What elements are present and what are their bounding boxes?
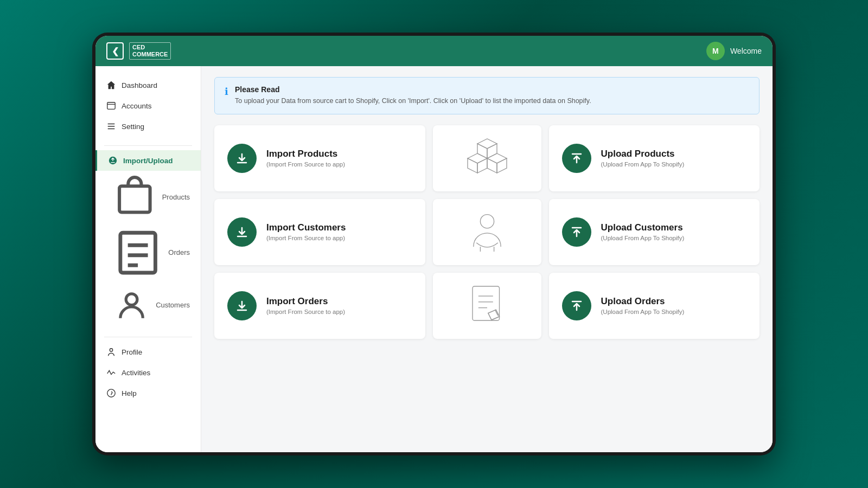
upload-orders-title: Upload Orders bbox=[601, 296, 685, 307]
nav-divider-1 bbox=[104, 145, 192, 146]
upload-arrow-icon bbox=[570, 152, 583, 165]
welcome-label: Welcome bbox=[730, 47, 762, 55]
activities-icon bbox=[106, 368, 116, 377]
nav-section-2: Import/Upload Products Orders Customers bbox=[95, 150, 201, 328]
import-orders-text: Import Orders (Import From Source to app… bbox=[266, 296, 345, 315]
svg-rect-0 bbox=[107, 102, 115, 110]
svg-marker-14 bbox=[468, 153, 487, 163]
upload-orders-sub: (Upload From App To Shopify) bbox=[601, 309, 685, 315]
svg-point-10 bbox=[107, 389, 115, 397]
import-products-sub: (Import From Source to app) bbox=[266, 161, 345, 168]
accounts-icon bbox=[106, 101, 116, 111]
sidebar-label-help: Help bbox=[122, 389, 137, 397]
orders-icon bbox=[113, 228, 163, 278]
sidebar-item-orders[interactable]: Orders bbox=[95, 223, 201, 282]
sidebar-label-dashboard: Dashboard bbox=[122, 81, 157, 89]
upload-orders-card[interactable]: Upload Orders (Upload From App To Shopif… bbox=[549, 273, 760, 339]
sidebar-item-products[interactable]: Products bbox=[95, 171, 201, 223]
nav-section-1: Dashboard Accounts Setting bbox=[95, 75, 201, 137]
main-content: ℹ Please Read To upload your Data from s… bbox=[201, 66, 773, 452]
sidebar-item-setting[interactable]: Setting bbox=[95, 116, 201, 137]
svg-point-8 bbox=[126, 294, 137, 305]
upload-icon bbox=[108, 156, 118, 165]
sidebar-item-dashboard[interactable]: Dashboard bbox=[95, 75, 201, 95]
sidebar-label-orders: Orders bbox=[168, 248, 190, 256]
svg-rect-3 bbox=[119, 186, 150, 212]
info-banner-desc: To upload your Data from source cart to … bbox=[235, 96, 591, 106]
import-orders-btn bbox=[227, 291, 257, 320]
upload-products-text: Upload Products (Upload From App To Shop… bbox=[601, 149, 685, 168]
upload-customers-sub: (Upload From App To Shopify) bbox=[601, 235, 685, 241]
info-banner-title: Please Read bbox=[235, 85, 591, 94]
svg-rect-23 bbox=[473, 286, 500, 320]
svg-marker-19 bbox=[497, 158, 507, 173]
info-banner-body: Please Read To upload your Data from sou… bbox=[235, 85, 591, 106]
help-icon bbox=[106, 388, 116, 398]
upload-products-btn bbox=[562, 144, 591, 173]
logo-text: CED COMMERCE bbox=[129, 42, 171, 60]
tablet-inner: ❮ CED COMMERCE M Welcome Dashboard bbox=[95, 36, 773, 452]
body-layout: Dashboard Accounts Setting bbox=[95, 66, 773, 452]
import-customers-text: Import Customers (Import From Source to … bbox=[266, 222, 346, 241]
upload-products-title: Upload Products bbox=[601, 149, 685, 159]
upload-products-card[interactable]: Upload Products (Upload From App To Shop… bbox=[549, 125, 760, 191]
profile-icon bbox=[106, 347, 116, 357]
upload-orders-btn bbox=[562, 291, 591, 320]
upload-orders-text: Upload Orders (Upload From App To Shopif… bbox=[601, 296, 685, 315]
import-orders-sub: (Import From Source to app) bbox=[266, 309, 345, 315]
sidebar-label-import-upload: Import/Upload bbox=[123, 157, 173, 165]
import-products-text: Import Products (Import From Source to a… bbox=[266, 149, 345, 168]
upload-arrow-icon-2 bbox=[570, 226, 583, 239]
svg-marker-18 bbox=[487, 158, 497, 173]
customer-icon bbox=[463, 208, 512, 256]
import-products-card[interactable]: Import Products (Import From Source to a… bbox=[214, 125, 425, 191]
sidebar-label-profile: Profile bbox=[122, 348, 142, 356]
orders-doc-icon bbox=[463, 281, 512, 330]
sidebar-item-profile[interactable]: Profile bbox=[95, 342, 201, 362]
svg-marker-11 bbox=[477, 139, 497, 149]
illus-customers-card bbox=[433, 199, 541, 265]
avatar: M bbox=[706, 42, 725, 60]
svg-marker-17 bbox=[487, 153, 507, 163]
upload-customers-btn bbox=[562, 217, 591, 247]
sidebar-label-accounts: Accounts bbox=[122, 102, 152, 110]
svg-point-9 bbox=[110, 349, 112, 351]
tablet-frame: ❮ CED COMMERCE M Welcome Dashboard bbox=[92, 33, 776, 455]
sidebar-item-help[interactable]: Help bbox=[95, 383, 201, 403]
sidebar-item-accounts[interactable]: Accounts bbox=[95, 95, 201, 116]
upload-customers-card[interactable]: Upload Customers (Upload From App To Sho… bbox=[549, 199, 760, 265]
upload-customers-title: Upload Customers bbox=[601, 222, 685, 233]
svg-marker-16 bbox=[477, 158, 487, 173]
sidebar-label-products: Products bbox=[162, 193, 190, 201]
illus-orders-card bbox=[433, 273, 541, 339]
sidebar-label-activities: Activities bbox=[122, 369, 150, 377]
setting-icon bbox=[106, 121, 116, 131]
header: ❮ CED COMMERCE M Welcome bbox=[95, 36, 773, 66]
card-grid: Import Products (Import From Source to a… bbox=[214, 125, 760, 339]
logo-chevron-icon: ❮ bbox=[106, 42, 124, 60]
download-icon-3 bbox=[235, 299, 248, 312]
sidebar-label-customers: Customers bbox=[156, 301, 190, 309]
import-orders-card[interactable]: Import Orders (Import From Source to app… bbox=[214, 273, 425, 339]
svg-marker-15 bbox=[468, 158, 477, 173]
upload-products-sub: (Upload From App To Shopify) bbox=[601, 161, 685, 168]
import-customers-title: Import Customers bbox=[266, 222, 346, 233]
sidebar-label-setting: Setting bbox=[122, 123, 144, 131]
import-customers-btn bbox=[227, 217, 257, 247]
sidebar-item-activities[interactable]: Activities bbox=[95, 362, 201, 383]
sidebar-item-import-upload[interactable]: Import/Upload bbox=[95, 150, 201, 171]
logo-area: ❮ CED COMMERCE bbox=[106, 42, 171, 60]
import-customers-card[interactable]: Import Customers (Import From Source to … bbox=[214, 199, 425, 265]
download-icon bbox=[235, 152, 248, 165]
upload-customers-text: Upload Customers (Upload From App To Sho… bbox=[601, 222, 685, 241]
import-products-title: Import Products bbox=[266, 149, 345, 159]
upload-arrow-icon-3 bbox=[570, 299, 583, 312]
info-banner: ℹ Please Read To upload your Data from s… bbox=[214, 77, 760, 114]
import-customers-sub: (Import From Source to app) bbox=[266, 235, 346, 241]
sidebar: Dashboard Accounts Setting bbox=[95, 66, 201, 452]
nav-divider-2 bbox=[104, 337, 192, 337]
svg-point-20 bbox=[480, 214, 494, 228]
home-icon bbox=[106, 80, 116, 90]
nav-section-3: Profile Activities Help bbox=[95, 342, 201, 403]
sidebar-item-customers[interactable]: Customers bbox=[95, 282, 201, 328]
